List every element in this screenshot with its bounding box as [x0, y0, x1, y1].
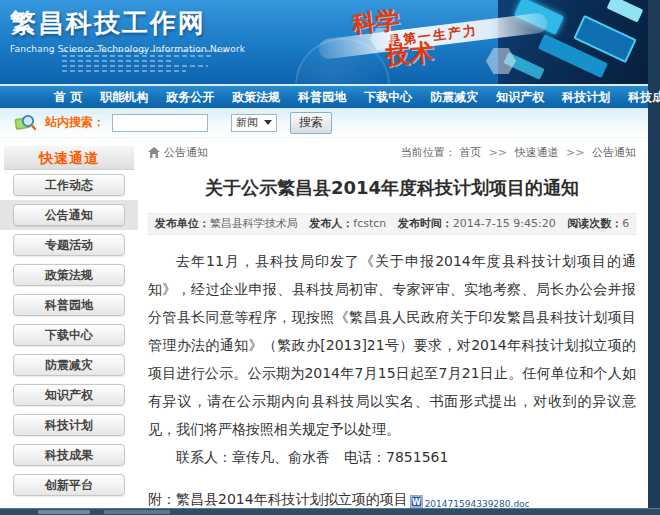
- sidebar-row: 创新平台: [0, 470, 138, 500]
- main-nav: 首 页 职能机构 政务公开 政策法规 科普园地 下载中心 防震减灾 知识产权 科…: [0, 86, 648, 108]
- meta-publisher-label: 发布单位：: [155, 217, 210, 230]
- breadcrumb-current[interactable]: 公告通知: [592, 146, 636, 159]
- search-label: 站内搜索：: [45, 114, 105, 131]
- banner-fine-print-line: [62, 65, 208, 67]
- sidebar-row: 科技成果: [0, 440, 138, 470]
- footer-highlight: [38, 510, 90, 514]
- meta-views-label: 阅读次数：: [567, 217, 622, 230]
- sidebar-item-notices[interactable]: 公告通知: [13, 204, 125, 226]
- breadcrumb-home[interactable]: 首页: [459, 146, 481, 159]
- svg-text:W: W: [412, 498, 421, 507]
- banner-fine-print-line: [62, 60, 174, 62]
- article-column: 公告通知 当前位置： 首页 >> 快速通道 >> 公告通知 关于公示繁昌县201…: [138, 138, 648, 515]
- attachment-line: 附：繁昌县2014年科技计划拟立项的项目 W 201471594339280.d…: [148, 491, 636, 509]
- site-title: 繁昌科技工作网: [10, 6, 245, 41]
- section-heading: 公告通知: [148, 145, 208, 160]
- circuit-board-image: [498, 0, 648, 86]
- site-logo: 繁昌科技工作网 Fanchang Science Technology Info…: [10, 6, 245, 54]
- site-subtitle: Fanchang Science Technology Information …: [10, 44, 245, 54]
- meta-author-label: 发布人：: [309, 217, 353, 230]
- breadcrumb: 当前位置： 首页 >> 快速通道 >> 公告通知: [401, 145, 636, 160]
- meta-views: 6: [622, 217, 629, 230]
- meta-publisher: 繁昌县科学技术局: [210, 217, 298, 230]
- footer-strip: [0, 508, 660, 515]
- sidebar-item-earthquake[interactable]: 防震减灾: [13, 354, 125, 376]
- search-button[interactable]: 搜索: [290, 112, 332, 134]
- content-area: 快速通道 工作动态 公告通知 专题活动 政策法规 科普园地 下载中心 防震减灾 …: [0, 138, 648, 515]
- home-icon[interactable]: [148, 147, 160, 158]
- meta-author: fcstcn: [353, 217, 386, 230]
- sidebar-row: 专题活动: [0, 230, 138, 260]
- sidebar-item-policies[interactable]: 政策法规: [13, 264, 125, 286]
- meta-time-label: 发布时间：: [398, 217, 453, 230]
- sidebar-row-active: 公告通知: [0, 200, 138, 230]
- sidebar-item-special-events[interactable]: 专题活动: [13, 234, 125, 256]
- sidebar-item-tech-achievements[interactable]: 科技成果: [13, 444, 125, 466]
- nav-item-home[interactable]: 首 页: [45, 89, 91, 106]
- search-input[interactable]: [112, 114, 208, 132]
- article-title: 关于公示繁昌县2014年度科技计划项目的通知: [148, 176, 636, 200]
- nav-item-tech-achievements[interactable]: 科技成果: [619, 89, 660, 106]
- nav-item-downloads[interactable]: 下载中心: [355, 89, 421, 106]
- nav-item-gov-affairs[interactable]: 政务公开: [157, 89, 223, 106]
- sidebar-row: 工作动态: [0, 170, 138, 200]
- slogan-word-technology: 技术: [385, 36, 435, 71]
- slogan-word-science: 科学: [350, 4, 401, 41]
- site-banner: 繁昌科技工作网 Fanchang Science Technology Info…: [0, 0, 648, 86]
- breadcrumb-separator: >>: [489, 146, 507, 159]
- chevron-down-icon: [264, 120, 272, 125]
- meta-time: 2014-7-15 9:45:20: [453, 217, 556, 230]
- section-title[interactable]: 公告通知: [164, 145, 208, 160]
- sidebar-row: 防震减灾: [0, 350, 138, 380]
- search-category-value: 新闻: [236, 115, 258, 130]
- search-bar: 站内搜索： 新闻 搜索: [0, 108, 648, 138]
- footer-highlight: [104, 510, 170, 514]
- nav-item-earthquake[interactable]: 防震减灾: [421, 89, 487, 106]
- nav-item-science-garden[interactable]: 科普园地: [289, 89, 355, 106]
- circuit-chip: [607, 0, 644, 23]
- attachment-name-link[interactable]: 繁昌县2014年科技计划拟立项的项目: [176, 491, 408, 509]
- article-meta-bar: 发布单位：繁昌县科学技术局 发布人：fcstcn 发布时间：2014-7-15 …: [148, 213, 636, 235]
- search-category-dropdown[interactable]: 新闻: [231, 114, 277, 132]
- site-page: 繁昌科技工作网 Fanchang Science Technology Info…: [0, 0, 648, 508]
- banner-fine-print-line: [62, 70, 186, 72]
- breadcrumb-separator: >>: [566, 146, 584, 159]
- attachment-prefix: 附：: [148, 491, 176, 509]
- sidebar-item-innovation[interactable]: 创新平台: [13, 474, 125, 496]
- sidebar-row: 科普园地: [0, 290, 138, 320]
- sidebar-item-work-news[interactable]: 工作动态: [13, 174, 125, 196]
- sidebar-row: 下载中心: [0, 320, 138, 350]
- sidebar: 快速通道 工作动态 公告通知 专题活动 政策法规 科普园地 下载中心 防震减灾 …: [0, 138, 138, 500]
- sidebar-item-science-garden[interactable]: 科普园地: [13, 294, 125, 316]
- search-icon: [14, 113, 38, 133]
- breadcrumb-location-label: 当前位置：: [401, 146, 456, 159]
- sidebar-item-ip[interactable]: 知识产权: [13, 384, 125, 406]
- article-paragraph: 去年11月，县科技局印发了《关于申报2014年度县科技计划项目的通知》，经过企业…: [148, 247, 636, 443]
- breadcrumb-channel[interactable]: 快速通道: [515, 146, 559, 159]
- contact-line: 联系人：章传凡、俞水香 电话：7851561: [148, 443, 636, 471]
- sidebar-row: 科技计划: [0, 410, 138, 440]
- word-doc-icon[interactable]: W: [410, 495, 423, 508]
- nav-item-functions[interactable]: 职能机构: [91, 89, 157, 106]
- nav-item-policies[interactable]: 政策法规: [223, 89, 289, 106]
- sidebar-item-downloads[interactable]: 下载中心: [13, 324, 125, 346]
- sidebar-row: 政策法规: [0, 260, 138, 290]
- sidebar-header: 快速通道: [4, 146, 134, 170]
- nav-item-ip[interactable]: 知识产权: [487, 89, 553, 106]
- breadcrumb-row: 公告通知 当前位置： 首页 >> 快速通道 >> 公告通知: [148, 138, 636, 160]
- banner-fine-print-line: [62, 55, 214, 57]
- sidebar-row: 知识产权: [0, 380, 138, 410]
- nav-item-tech-plan[interactable]: 科技计划: [553, 89, 619, 106]
- sidebar-item-tech-plan[interactable]: 科技计划: [13, 414, 125, 436]
